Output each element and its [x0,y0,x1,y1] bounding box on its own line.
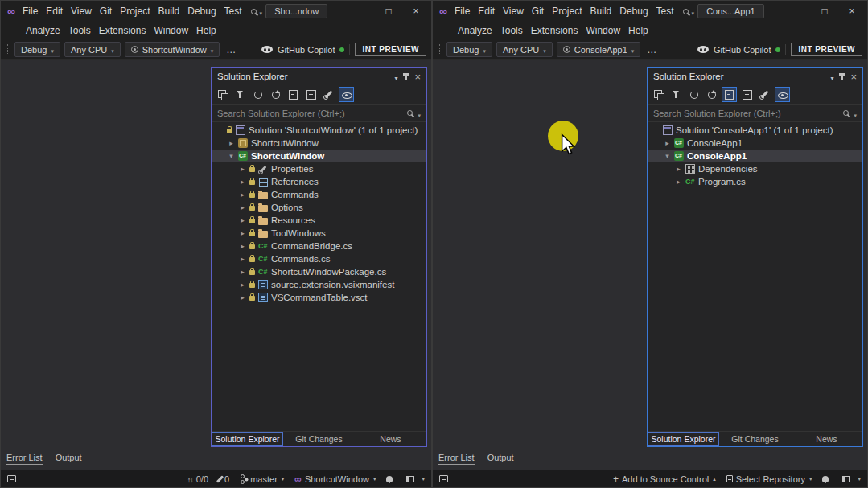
status-item[interactable]: Select Repository [726,474,812,484]
bottom-panel-tab[interactable]: Output [56,453,82,465]
menu-item[interactable]: Edit [474,4,499,18]
search-icon[interactable] [683,9,689,14]
menu-item[interactable]: Extensions [95,23,150,38]
toolbar-grip[interactable] [438,44,440,55]
configuration-dropdown[interactable]: Debug [446,42,492,57]
expander-icon[interactable] [675,162,682,175]
explorer-toolbar-icon[interactable] [651,87,666,102]
expander-icon[interactable] [239,240,246,252]
menu-item[interactable]: Extensions [527,23,582,38]
status-item[interactable]: 0 [219,474,229,484]
explorer-toolbar-icon[interactable] [268,87,283,102]
explorer-toolbar-icon[interactable] [722,87,737,102]
expander-icon[interactable] [675,175,682,188]
tree-item[interactable]: ShortcutWindowPackage.cs [212,265,426,278]
maximize-button[interactable]: □ [811,2,838,21]
search-input[interactable]: Search Solution Explorer (Ctrl+;) [217,109,345,118]
tree-item[interactable]: ShortcutWindow [212,150,426,162]
close-icon[interactable] [414,69,421,84]
explorer-toolbar-icon[interactable] [286,87,301,102]
menu-item[interactable]: Project [548,4,586,18]
menu-item[interactable]: View [499,4,528,18]
bottom-panel-tab[interactable]: Output [487,453,514,465]
github-copilot-icon[interactable] [261,46,273,53]
expander-icon[interactable] [228,137,235,150]
menu-item[interactable]: Debug [615,4,652,18]
panel-header[interactable]: Solution Explorer [212,68,426,85]
menu-item[interactable]: Window [150,23,192,38]
expander-icon[interactable] [239,214,246,227]
menu-item[interactable]: Tools [64,23,95,38]
explorer-toolbar-icon[interactable] [250,87,265,102]
menu-item[interactable]: Build [154,4,184,18]
bottom-panel-tab[interactable]: Error List [438,453,475,465]
explorer-toolbar-icon[interactable] [704,87,719,102]
menu-item[interactable]: File [19,4,42,18]
explorer-toolbar-icon[interactable] [668,87,684,102]
menu-item[interactable]: View [67,4,96,18]
panel-tab[interactable]: News [355,432,426,446]
maximize-button[interactable]: □ [375,2,402,21]
panel-tab[interactable]: Solution Explorer [648,432,719,446]
search-icon[interactable] [251,9,257,14]
status-item[interactable] [406,476,425,482]
panel-header[interactable]: Solution Explorer [648,68,862,85]
explorer-toolbar-icon[interactable] [321,87,336,102]
chevron-down-icon[interactable] [830,69,833,84]
close-button[interactable]: × [838,2,866,21]
status-item[interactable] [822,476,832,482]
toolbar-overflow-button[interactable]: … [644,44,660,55]
expander-icon[interactable] [239,227,246,240]
tree-item[interactable]: Options [212,201,426,214]
github-copilot-icon[interactable] [697,46,709,53]
search-icon[interactable] [407,110,413,116]
menu-item[interactable]: Build [586,4,616,18]
tree-item[interactable]: source.extension.vsixmanifest [212,278,426,291]
explorer-toolbar-icon[interactable] [775,87,790,102]
chevron-down-icon[interactable] [854,106,857,121]
explorer-toolbar-icon[interactable] [686,87,701,102]
chevron-down-icon[interactable] [260,4,263,18]
expander-icon[interactable] [239,188,246,201]
explorer-toolbar-icon[interactable] [232,87,248,102]
menu-item[interactable]: File [450,4,474,18]
panel-tab[interactable]: Git Changes [719,432,791,446]
menu-item[interactable]: Edit [42,4,67,18]
status-item[interactable]: Add to Source Control [613,474,716,485]
tree-item[interactable]: ToolWindows [212,227,426,240]
tree-item[interactable]: Solution 'ShortcutWindow' (1 of 1 projec… [212,124,426,137]
panel-tab[interactable]: Solution Explorer [212,432,283,446]
tree-item[interactable]: Program.cs [648,175,862,188]
expander-icon[interactable] [239,175,246,188]
menu-item[interactable]: Git [96,4,116,18]
menu-item[interactable]: Project [116,4,154,18]
explorer-toolbar-icon[interactable] [339,87,354,102]
solution-search-row[interactable]: Search Solution Explorer (Ctrl+;) [212,105,426,122]
status-item[interactable]: master [240,474,284,484]
tree-item[interactable]: References [212,175,426,188]
tree-item[interactable]: ConsoleApp1 [648,137,862,150]
menu-item[interactable]: Window [582,23,624,38]
expander-icon[interactable] [664,150,671,162]
expander-icon[interactable] [228,150,235,162]
titlebar-search-box[interactable]: Cons...App1 [697,4,764,18]
expander-icon[interactable] [239,201,246,214]
chevron-down-icon[interactable] [692,4,695,18]
solution-search-row[interactable]: Search Solution Explorer (Ctrl+;) [648,105,862,122]
expander-icon[interactable] [239,265,246,278]
int-preview-badge[interactable]: INT PREVIEW [791,43,862,56]
close-button[interactable]: × [402,2,430,21]
status-item[interactable]: 0/0 [187,474,208,484]
explorer-toolbar-icon[interactable] [215,87,230,102]
menu-item[interactable]: Debug [183,4,220,18]
tree-item[interactable]: Commands [212,188,426,201]
status-item[interactable] [842,476,861,482]
pin-icon[interactable] [841,73,843,80]
menu-item[interactable]: Analyze [454,23,496,38]
search-input[interactable]: Search Solution Explorer (Ctrl+;) [653,109,781,118]
tree-item[interactable]: Resources [212,214,426,227]
expander-icon[interactable] [239,162,246,175]
pin-icon[interactable] [405,73,407,80]
menu-item[interactable]: Tools [496,23,527,38]
feedback-screen-icon[interactable] [439,475,448,482]
